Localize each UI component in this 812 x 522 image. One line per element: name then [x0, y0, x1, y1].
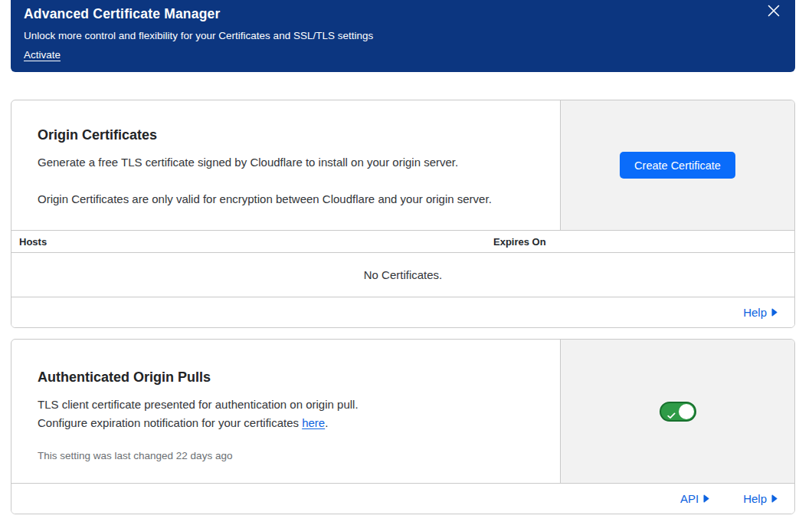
- caret-right-icon: [771, 308, 778, 317]
- expiration-notification-period: .: [325, 416, 328, 429]
- toggle-knob: [679, 404, 694, 419]
- api-link[interactable]: API: [680, 492, 709, 505]
- activate-link[interactable]: Activate: [24, 48, 61, 61]
- certificates-empty-state: No Certificates.: [11, 252, 794, 297]
- check-icon: [667, 409, 676, 422]
- origin-certificates-main: Origin Certificates Generate a free TLS …: [11, 100, 794, 230]
- authenticated-origin-pulls-title: Authenticated Origin Pulls: [38, 369, 534, 386]
- column-header-expires-on: Expires On: [493, 236, 794, 248]
- expiration-notification-line: Configure expiration notification for yo…: [38, 414, 534, 432]
- banner-close-button[interactable]: [765, 2, 783, 21]
- authenticated-origin-pulls-toggle[interactable]: [660, 402, 696, 422]
- column-header-hosts: Hosts: [11, 236, 493, 248]
- origin-certificates-action-panel: Create Certificate: [560, 100, 794, 230]
- expiration-notification-text: Configure expiration notification for yo…: [38, 416, 302, 429]
- origin-certificates-footer: Help: [11, 297, 794, 327]
- origin-certificates-note: Origin Certificates are only valid for e…: [38, 190, 534, 208]
- help-link-label: Help: [743, 306, 767, 319]
- banner-subtitle: Unlock more control and flexibility for …: [24, 29, 783, 42]
- origin-certificates-content: Origin Certificates Generate a free TLS …: [11, 100, 560, 230]
- authenticated-origin-pulls-content: Authenticated Origin Pulls TLS client ce…: [11, 340, 560, 483]
- help-link[interactable]: Help: [743, 306, 778, 319]
- api-link-label: API: [680, 492, 699, 505]
- caret-right-icon: [703, 494, 709, 503]
- authenticated-origin-pulls-action-panel: [560, 340, 794, 483]
- create-certificate-button[interactable]: Create Certificate: [620, 152, 735, 179]
- caret-right-icon: [771, 494, 778, 503]
- close-icon: [766, 3, 781, 21]
- here-link[interactable]: here: [302, 416, 325, 429]
- certificates-table-header: Hosts Expires On: [11, 230, 794, 252]
- banner-title: Advanced Certificate Manager: [24, 5, 783, 22]
- authenticated-origin-pulls-description: TLS client certificate presented for aut…: [38, 396, 534, 414]
- origin-certificates-description: Generate a free TLS certificate signed b…: [38, 153, 534, 172]
- last-changed-text: This setting was last changed 22 days ag…: [38, 449, 534, 462]
- origin-certificates-card: Origin Certificates Generate a free TLS …: [11, 100, 795, 328]
- authenticated-origin-pulls-card: Authenticated Origin Pulls TLS client ce…: [11, 339, 795, 514]
- origin-certificates-title: Origin Certificates: [38, 126, 534, 144]
- authenticated-origin-pulls-main: Authenticated Origin Pulls TLS client ce…: [11, 340, 794, 483]
- advanced-certificate-manager-banner: Advanced Certificate Manager Unlock more…: [11, 0, 795, 72]
- help-link-label: Help: [743, 492, 767, 505]
- authenticated-origin-pulls-footer: API Help: [11, 483, 794, 514]
- help-link[interactable]: Help: [743, 492, 778, 505]
